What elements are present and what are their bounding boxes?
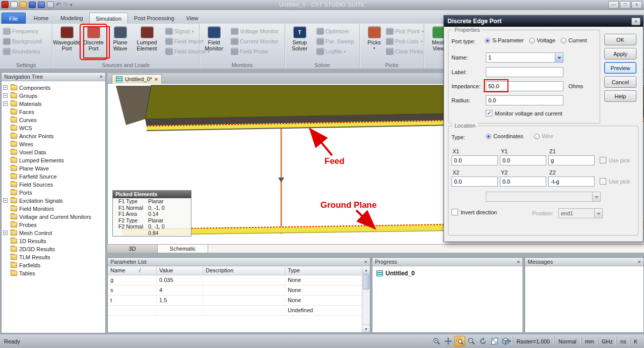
location-type-radio[interactable]: Wire [534, 133, 553, 139]
param-row[interactable]: Undefined [108, 306, 370, 316]
ok-button[interactable]: OK [604, 34, 636, 45]
maximize-button[interactable]: □ [620, 1, 630, 9]
dialog-close-icon[interactable]: × [631, 18, 640, 25]
nav-tree-item[interactable]: Field Sources [2, 181, 105, 189]
ribbon-small-button[interactable]: Clear Picks [385, 46, 425, 56]
y1-input[interactable] [500, 155, 546, 165]
ribbon-small-button[interactable]: Par. Sweep [315, 36, 355, 46]
ribbon-tab[interactable]: View [180, 13, 205, 24]
picks-button[interactable]: Picks [361, 25, 387, 59]
nav-tree-item[interactable]: Farfields [2, 261, 105, 269]
close-icon[interactable]: × [638, 259, 641, 265]
nav-tree-item[interactable]: Anchor Points [2, 132, 105, 140]
expander-icon[interactable] [3, 198, 8, 203]
open-project-icon[interactable] [20, 2, 27, 8]
rotate-view-icon[interactable] [478, 336, 488, 346]
radius-input[interactable] [486, 95, 563, 105]
ribbon-small-button[interactable]: Background [2, 36, 43, 46]
help-button[interactable]: Help [604, 90, 636, 102]
expander-icon[interactable] [3, 93, 8, 98]
tab-close-icon[interactable]: × [155, 76, 158, 82]
close-icon[interactable]: × [100, 74, 103, 80]
scroll-up-icon[interactable]: ▲ [362, 266, 370, 274]
param-row[interactable]: s 4 None [108, 285, 370, 296]
nav-tree-item[interactable]: Materials [2, 100, 105, 108]
save-icon[interactable] [29, 2, 36, 8]
scrollbar[interactable]: ▲ ▼ [362, 266, 370, 332]
ribbon-small-button[interactable]: Voltage Monitor [230, 26, 280, 36]
nav-tree-item[interactable]: Field Monitors [2, 205, 105, 213]
qat-dropdown-icon[interactable]: ▾ [70, 3, 72, 7]
nav-tree-item[interactable]: 1D Results [2, 237, 105, 245]
macro-icon[interactable] [47, 2, 54, 8]
close-icon[interactable]: × [517, 259, 520, 265]
redo-icon[interactable]: ↷ [63, 1, 68, 8]
nav-tree-item[interactable]: Mesh Control [2, 229, 105, 237]
nav-tree-item[interactable]: Ports [2, 189, 105, 197]
waveguide-port-button[interactable]: Waveguide Port [54, 25, 80, 59]
column-header-name[interactable]: Name / [108, 266, 157, 275]
port-type-radio[interactable]: S-Parameter [485, 37, 524, 43]
new-project-icon[interactable] [11, 2, 18, 8]
position-combobox[interactable] [558, 208, 603, 218]
document-tab[interactable]: Untitled_0* × [112, 74, 162, 84]
port-type-radio[interactable]: Voltage [529, 37, 555, 43]
field-monitor-button[interactable]: Field Monitor [201, 25, 227, 59]
location-type-radio[interactable]: Coordinates [486, 133, 523, 139]
param-row[interactable]: t 1.5 None [108, 296, 370, 306]
expander-icon[interactable] [3, 230, 8, 235]
nav-tree-item[interactable]: Tables [2, 269, 105, 277]
ribbon-tab[interactable]: Post Processing [128, 13, 180, 24]
invert-direction-checkbox[interactable]: Invert direction [452, 209, 497, 215]
preview-button[interactable]: Preview [604, 62, 636, 74]
column-header-description[interactable]: Description [203, 266, 285, 275]
plane-wave-button[interactable]: Plane Wave [107, 25, 133, 59]
ribbon-small-button[interactable]: Pick Lists [385, 36, 425, 46]
zoom-in-icon[interactable] [431, 336, 442, 346]
label-input[interactable] [486, 67, 563, 77]
column-header-type[interactable]: Type [285, 266, 370, 275]
ribbon-tab[interactable]: Home [28, 13, 54, 24]
nav-tree-item[interactable]: Voltage and Current Monitors [2, 213, 105, 221]
y2-input[interactable] [500, 177, 546, 187]
titlebar[interactable]: Untitled_0 - CST STUDIO SUITE ↶ ↷ ▾ — □ … [0, 0, 644, 10]
minimize-button[interactable]: — [608, 1, 619, 9]
z1-input[interactable] [548, 155, 595, 165]
view-cube-icon[interactable]: ▾ [501, 336, 511, 346]
scroll-thumb[interactable] [363, 274, 369, 289]
apply-button[interactable]: Apply [604, 48, 636, 60]
ribbon-small-button[interactable]: Boundaries [2, 46, 43, 56]
nav-tree-item[interactable]: Groups [2, 92, 105, 100]
ribbon-small-button[interactable]: Pick Point [385, 26, 425, 36]
pick-edge-combobox[interactable] [486, 192, 601, 202]
view-tab[interactable]: 3D [107, 245, 158, 253]
lumped-element-button[interactable]: Lumped Element [134, 25, 160, 59]
zoom-out-icon[interactable] [466, 336, 477, 346]
tab-file[interactable]: File [2, 13, 26, 24]
ribbon-small-button[interactable]: Optimizer [315, 26, 355, 36]
x2-input[interactable] [452, 177, 498, 187]
z2-input[interactable] [548, 177, 595, 187]
close-button[interactable]: × [631, 1, 642, 9]
scroll-down-icon[interactable]: ▼ [362, 325, 370, 332]
nav-tree-item[interactable]: WCS [2, 124, 105, 132]
pan-icon[interactable] [443, 336, 454, 346]
undo-icon[interactable]: ↶ [56, 1, 61, 8]
nav-tree-item[interactable]: Wires [2, 140, 105, 148]
param-row[interactable]: g 0.035 None [108, 275, 370, 285]
progress-item[interactable]: Untitled_0 [372, 266, 523, 277]
impedance-input[interactable] [486, 81, 563, 91]
nav-tree-item[interactable]: Probes [2, 221, 105, 229]
select-area-icon[interactable] [489, 336, 500, 346]
nav-tree-item[interactable]: TLM Results [2, 253, 105, 261]
nav-tree-item[interactable]: 2D/3D Results [2, 245, 105, 253]
ribbon-small-button[interactable]: Current Monitor [230, 36, 280, 46]
ribbon-small-button[interactable]: Field Probe [230, 46, 280, 56]
port-type-radio[interactable]: Current [561, 37, 587, 43]
save-all-icon[interactable] [38, 2, 45, 8]
name-input[interactable] [486, 53, 555, 62]
ribbon-tab[interactable]: Modeling [54, 13, 89, 24]
close-icon[interactable]: × [364, 259, 367, 265]
chevron-down-icon[interactable] [555, 53, 563, 62]
nav-tree-item[interactable]: Components [2, 84, 105, 92]
